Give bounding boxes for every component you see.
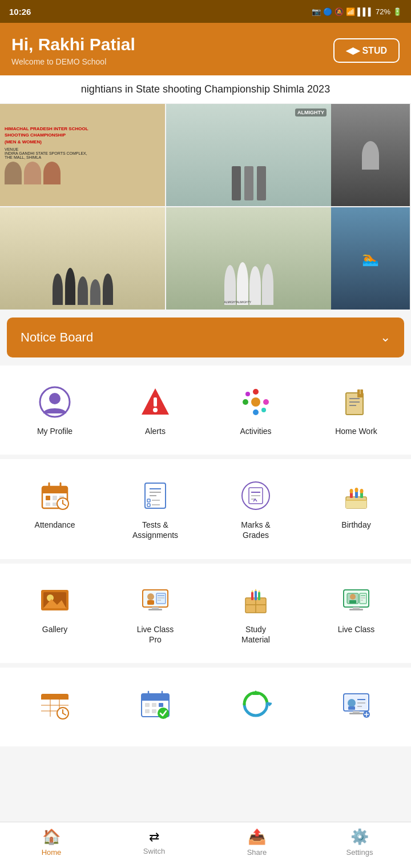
stud-button[interactable]: ◀▶ STUD (333, 38, 400, 63)
battery-icon: 🔋 (393, 7, 402, 16)
menu-item-birthday[interactable]: Birthday (306, 468, 406, 549)
photo-side-panels: 🏊 (331, 104, 410, 310)
row4-2-icon (137, 686, 174, 722)
notice-board-title: Notice Board (21, 330, 93, 345)
svg-marker-75 (251, 590, 253, 592)
svg-point-11 (261, 408, 266, 412)
svg-point-52 (355, 488, 358, 492)
nav-item-home[interactable]: 🏠 Home (29, 828, 74, 857)
svg-rect-72 (251, 592, 253, 600)
svg-rect-62 (147, 600, 154, 605)
svg-rect-74 (258, 592, 260, 600)
menu-item-my-profile[interactable]: My Profile (5, 375, 105, 445)
tests-label: Tests & Assignments (132, 520, 178, 540)
signal-icon: ▌▌▌ (357, 7, 373, 16)
svg-rect-101 (142, 697, 169, 701)
menu-item-activities[interactable]: Activities (206, 375, 306, 445)
photo-side-1 (331, 104, 410, 206)
live-class-pro-label: Live Class Pro (137, 624, 174, 645)
bottom-nav: 🏠 Home ⇄ Switch 📤 Share ⚙️ Settings (0, 822, 411, 868)
menu-item-attendance[interactable]: Attendance (5, 468, 105, 549)
my-profile-label: My Profile (37, 426, 72, 436)
wifi-icon: 📶 (346, 7, 355, 16)
svg-rect-88 (349, 609, 363, 610)
switch-icon: ⇄ (149, 830, 159, 845)
svg-rect-21 (42, 490, 67, 493)
svg-point-109 (158, 708, 169, 719)
share-icon: 📤 (248, 828, 266, 846)
menu-grid-2: Attendance Tests & Assignments (5, 468, 406, 549)
header-left: Hi, Rakhi Patial Welcome to DEMO School (11, 34, 135, 66)
tests-icon (137, 477, 174, 514)
svg-rect-27 (46, 503, 50, 506)
share-label: Share (247, 848, 267, 857)
svg-marker-77 (258, 590, 260, 592)
svg-rect-108 (152, 709, 156, 713)
svg-point-57 (47, 594, 54, 601)
photo-cell-4: ALMIGHTY ALMIGHTY (166, 207, 331, 310)
volume-icon: 🔕 (335, 7, 344, 16)
nav-item-settings[interactable]: ⚙️ Settings (337, 828, 382, 857)
menu-item-live-class-pro[interactable]: Live Class Pro (105, 573, 206, 654)
svg-rect-47 (346, 500, 366, 508)
svg-point-1 (49, 393, 61, 404)
menu-row-3: Gallery (0, 564, 411, 663)
header-subtitle: Welcome to DEMO School (11, 57, 135, 66)
svg-rect-25 (53, 496, 57, 500)
svg-point-81 (350, 594, 356, 600)
notice-board[interactable]: Notice Board ⌄ (7, 318, 404, 357)
menu-item-tests-assignments[interactable]: Tests & Assignments (105, 468, 206, 549)
alerts-icon (137, 384, 174, 420)
menu-item-row4-3[interactable] (206, 677, 306, 737)
status-icons: 📷 🔵 🔕 📶 ▌▌▌ 72% 🔋 (312, 7, 402, 16)
activities-label: Activities (240, 426, 271, 436)
attendance-icon (37, 477, 73, 514)
my-profile-icon (37, 384, 73, 420)
live-class-pro-icon (137, 582, 174, 618)
svg-rect-73 (255, 591, 257, 600)
menu-item-row4-4[interactable] (306, 677, 406, 737)
menu-item-live-class[interactable]: Live Class (306, 573, 406, 654)
news-text: nightians in State shooting Championship… (81, 83, 330, 95)
menu-item-row4-1[interactable] (5, 677, 105, 737)
svg-rect-68 (148, 609, 162, 610)
menu-grid-1: My Profile Alerts (5, 375, 406, 445)
nav-item-share[interactable]: 📤 Share (234, 828, 280, 857)
svg-point-10 (245, 392, 250, 396)
svg-rect-106 (159, 703, 163, 707)
bluetooth-icon: 🔵 (323, 7, 332, 16)
home-icon: 🏠 (42, 828, 61, 846)
attendance-label: Attendance (35, 520, 75, 530)
live-class-label: Live Class (338, 624, 375, 634)
row4-3-icon (237, 686, 274, 722)
menu-item-study-material[interactable]: Study Material (206, 573, 306, 654)
status-bar: 10:26 📷 🔵 🔕 📶 ▌▌▌ 72% 🔋 (0, 0, 411, 23)
svg-rect-105 (152, 703, 156, 707)
svg-point-9 (263, 399, 269, 405)
nav-item-switch[interactable]: ⇄ Switch (131, 830, 177, 855)
svg-point-7 (253, 409, 259, 415)
menu-row-4 (0, 668, 411, 746)
activities-icon (237, 384, 274, 420)
menu-row-2: Attendance Tests & Assignments (0, 459, 411, 558)
svg-rect-28 (53, 503, 57, 506)
row4-4-icon (338, 686, 374, 722)
marks-label: Marks & Grades (241, 520, 270, 540)
study-material-label: Study Material (241, 624, 270, 645)
svg-rect-3 (154, 397, 157, 407)
photo-cell-1: HIMACHAL PRADESH INTER SCHOOLSHOOTING CH… (0, 104, 165, 206)
menu-item-alerts[interactable]: Alerts (105, 375, 206, 445)
svg-point-6 (253, 389, 259, 395)
menu-item-marks-grades[interactable]: Marks & Grades (206, 468, 306, 549)
menu-item-homework[interactable]: Home Work (306, 375, 406, 445)
svg-point-5 (251, 397, 260, 407)
settings-icon: ⚙️ (350, 828, 369, 846)
svg-rect-104 (145, 703, 150, 707)
notice-chevron-icon: ⌄ (380, 330, 390, 345)
menu-item-gallery[interactable]: Gallery (5, 573, 105, 654)
menu-item-row4-2[interactable] (105, 677, 206, 737)
switch-label: Switch (143, 847, 165, 855)
svg-point-114 (348, 699, 356, 707)
birthday-label: Birthday (341, 520, 370, 530)
row4-1-icon (37, 686, 73, 722)
